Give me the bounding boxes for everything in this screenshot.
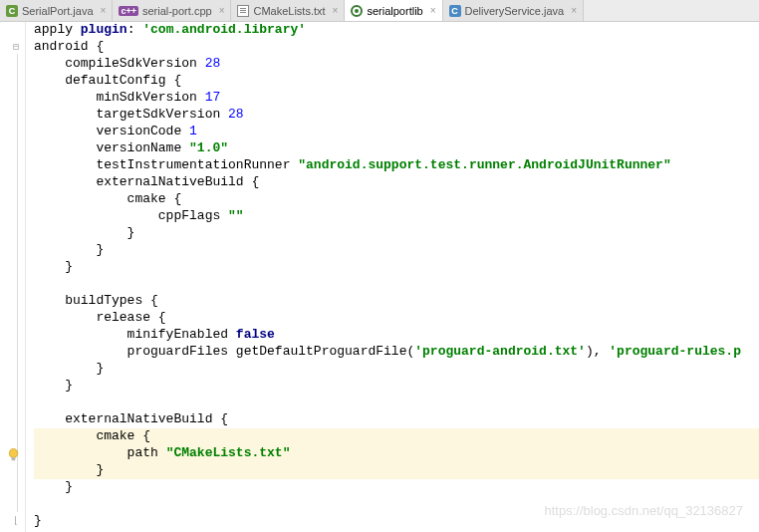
- tab-label: SerialPort.java: [22, 5, 94, 17]
- code-editor[interactable]: ⊟ ⌊ apply plugin: 'com.android.library' …: [0, 22, 759, 532]
- java-class-icon: C: [449, 5, 461, 17]
- tab-cmakelists[interactable]: CMakeLists.txt×: [231, 0, 345, 21]
- svg-point-0: [9, 448, 17, 457]
- code-area[interactable]: apply plugin: 'com.android.library' andr…: [26, 22, 759, 532]
- close-icon[interactable]: ×: [571, 5, 577, 16]
- tab-label: DeliveryService.java: [465, 5, 565, 17]
- tab-label: serialportlib: [367, 5, 422, 17]
- tab-label: serial-port.cpp: [142, 5, 212, 17]
- cpp-icon: c++: [119, 6, 138, 16]
- java-class-icon: C: [6, 5, 18, 17]
- gutter: ⊟ ⌊: [0, 22, 26, 532]
- close-icon[interactable]: ×: [333, 5, 339, 16]
- svg-rect-1: [12, 457, 16, 460]
- tab-label: CMakeLists.txt: [253, 5, 325, 17]
- text-file-icon: [237, 5, 249, 17]
- tab-serial-port-cpp[interactable]: c++serial-port.cpp×: [113, 0, 231, 21]
- tab-serialport-java[interactable]: CSerialPort.java×: [0, 0, 113, 21]
- fold-line: [17, 54, 18, 512]
- fold-toggle-icon[interactable]: ⊟: [13, 41, 19, 53]
- tab-deliveryservice[interactable]: CDeliveryService.java×: [443, 0, 585, 21]
- editor-tabs: CSerialPort.java× c++serial-port.cpp× CM…: [0, 0, 759, 22]
- fold-end-icon: ⌊: [13, 515, 19, 527]
- intention-bulb-icon[interactable]: [8, 448, 19, 462]
- close-icon[interactable]: ×: [101, 5, 107, 16]
- tab-serialportlib[interactable]: serialportlib×: [345, 0, 442, 21]
- close-icon[interactable]: ×: [219, 5, 225, 16]
- close-icon[interactable]: ×: [430, 5, 436, 16]
- gradle-icon: [351, 5, 363, 17]
